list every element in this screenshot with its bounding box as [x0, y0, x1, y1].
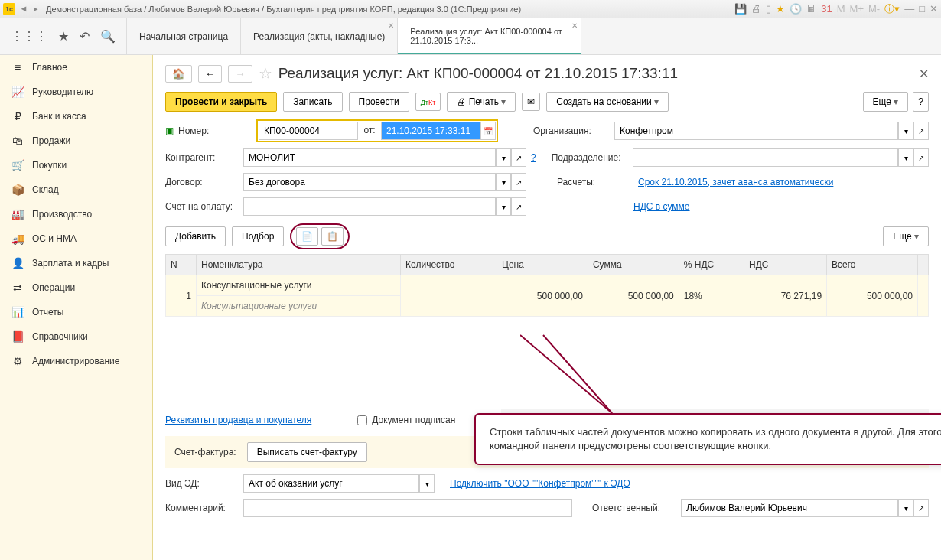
col-name[interactable]: Номенклатура	[197, 255, 401, 275]
calc-icon[interactable]: 🖩	[806, 3, 816, 15]
home-button[interactable]: 🏠	[165, 65, 192, 83]
sidebar-item-warehouse[interactable]: 📦Склад	[0, 177, 152, 202]
dropdown-icon[interactable]: ▾	[898, 148, 913, 167]
print-button[interactable]: 🖨 Печать	[447, 92, 516, 112]
signed-checkbox[interactable]	[357, 415, 367, 425]
issue-invoice-button[interactable]: Выписать счет-фактуру	[247, 442, 367, 462]
nav-back-icon[interactable]: ◄	[18, 4, 29, 14]
date-input[interactable]	[381, 122, 480, 140]
col-total[interactable]: Всего	[827, 255, 918, 275]
col-n[interactable]: N	[166, 255, 197, 275]
tab-close-icon[interactable]: ✕	[571, 21, 578, 30]
more-button[interactable]: Еще	[863, 92, 909, 112]
calendar-btn[interactable]: 📅	[480, 122, 496, 140]
col-price[interactable]: Цена	[497, 255, 588, 275]
vat-link[interactable]: НДС в сумме	[633, 201, 690, 212]
responsible-input[interactable]	[681, 499, 898, 517]
doc-type-input[interactable]	[243, 474, 419, 493]
sidebar-item-purchases[interactable]: 🛒Покупки	[0, 153, 152, 177]
contract-input[interactable]	[243, 173, 496, 191]
post-button[interactable]: Провести	[349, 92, 409, 112]
post-and-close-button[interactable]: Провести и закрыть	[165, 92, 277, 112]
number-input[interactable]	[259, 122, 358, 140]
sidebar-item-main[interactable]: ≡Главное	[0, 55, 152, 80]
history-icon[interactable]: 🕓	[790, 3, 802, 15]
maximize-icon[interactable]: □	[919, 3, 925, 15]
col-vat[interactable]: НДС	[744, 255, 827, 275]
dept-input[interactable]	[633, 148, 898, 167]
dt-kt-button[interactable]: ДтКт	[415, 93, 441, 111]
col-vatpct[interactable]: % НДС	[679, 255, 744, 275]
partner-help[interactable]: ?	[531, 152, 536, 163]
sidebar-item-reports[interactable]: 📊Отчеты	[0, 300, 152, 324]
star-icon[interactable]: ★	[58, 29, 69, 44]
sidebar-item-admin[interactable]: ⚙Администрирование	[0, 349, 152, 373]
search-icon[interactable]: 🔍	[100, 29, 116, 44]
sidebar-item-bank[interactable]: ₽Банк и касса	[0, 104, 152, 129]
sidebar-item-sales[interactable]: 🛍Продажи	[0, 129, 152, 153]
sidebar-item-operations[interactable]: ⇄Операции	[0, 275, 152, 300]
cell-sum: 500 000,00	[588, 275, 679, 317]
copy-rows-button[interactable]: 📄	[296, 227, 318, 246]
clipboard-icon[interactable]: ↶	[80, 29, 90, 44]
dropdown-icon[interactable]: ▾	[496, 197, 511, 216]
open-icon[interactable]: ↗	[913, 122, 929, 140]
tab-document[interactable]: Реализация услуг: Акт КП00-000004 от 21.…	[398, 18, 581, 54]
org-input[interactable]	[614, 122, 898, 140]
col-sum[interactable]: Сумма	[588, 255, 679, 275]
m-icon[interactable]: M	[837, 3, 845, 15]
back-button[interactable]: ←	[198, 65, 222, 83]
add-row-button[interactable]: Добавить	[165, 226, 226, 246]
seller-buyer-link[interactable]: Реквизиты продавца и покупателя	[165, 415, 311, 425]
open-icon[interactable]: ↗	[913, 499, 929, 517]
favorite-toggle-icon[interactable]: ☆	[259, 64, 272, 83]
tab-sales[interactable]: Реализация (акты, накладные)✕	[241, 18, 398, 54]
sidebar-item-production[interactable]: 🏭Производство	[0, 202, 152, 226]
calendar-icon[interactable]: 31	[821, 3, 832, 15]
table-row[interactable]: 1 Консультационные услуги 500 000,00 500…	[166, 275, 929, 296]
minimize-icon[interactable]: —	[904, 3, 914, 15]
compare-icon[interactable]: ▯	[766, 3, 771, 15]
forward-button[interactable]: →	[228, 65, 252, 83]
nav-fwd-icon[interactable]: ▸	[31, 4, 41, 14]
partner-input[interactable]	[243, 148, 496, 167]
dropdown-icon[interactable]: ▾	[898, 499, 913, 517]
person-icon: 👤	[11, 257, 24, 269]
dropdown-icon[interactable]: ▾	[496, 148, 511, 167]
calc-link[interactable]: Срок 21.10.2015, зачет аванса автоматиче…	[638, 177, 833, 187]
signed-checkbox-label[interactable]: Документ подписан	[357, 415, 455, 425]
table-more-button[interactable]: Еще	[883, 226, 929, 246]
sidebar-item-assets[interactable]: 🚚ОС и НМА	[0, 226, 152, 251]
write-button[interactable]: Записать	[283, 92, 342, 112]
sidebar-item-manager[interactable]: 📈Руководителю	[0, 80, 152, 104]
paste-rows-button[interactable]: 📋	[321, 227, 344, 246]
invoice-input[interactable]	[243, 197, 496, 216]
mail-button[interactable]: ✉	[522, 93, 540, 111]
open-icon[interactable]: ↗	[511, 173, 526, 191]
info-icon[interactable]: ⓘ▾	[884, 2, 900, 16]
comment-input[interactable]	[243, 499, 572, 517]
tab-close-icon[interactable]: ✕	[388, 21, 394, 30]
m-plus-icon[interactable]: M+	[850, 3, 864, 15]
save-icon[interactable]: 💾	[734, 3, 747, 15]
m-minus-icon[interactable]: M-	[868, 3, 880, 15]
close-icon[interactable]: ✕	[930, 3, 938, 15]
pick-button[interactable]: Подбор	[232, 226, 284, 246]
fav-icon[interactable]: ★	[776, 3, 785, 15]
sidebar-item-catalogs[interactable]: 📕Справочники	[0, 324, 152, 349]
sidebar-item-hr[interactable]: 👤Зарплата и кадры	[0, 251, 152, 275]
page-close-icon[interactable]: ✕	[919, 67, 929, 81]
open-icon[interactable]: ↗	[511, 148, 526, 167]
help-button[interactable]: ?	[913, 92, 929, 112]
create-based-button[interactable]: Создать на основании	[546, 92, 669, 112]
apps-icon[interactable]: ⋮⋮⋮	[11, 29, 47, 44]
edo-link[interactable]: Подключить "ООО ""Конфетпром""" к ЭДО	[450, 478, 630, 489]
col-qty[interactable]: Количество	[401, 255, 497, 275]
open-icon[interactable]: ↗	[511, 197, 526, 216]
tab-home[interactable]: Начальная страница	[127, 18, 241, 54]
dropdown-icon[interactable]: ▾	[419, 474, 435, 493]
dropdown-icon[interactable]: ▾	[496, 173, 511, 191]
dropdown-icon[interactable]: ▾	[898, 122, 913, 140]
print-icon[interactable]: 🖨	[751, 3, 761, 15]
open-icon[interactable]: ↗	[913, 148, 929, 167]
